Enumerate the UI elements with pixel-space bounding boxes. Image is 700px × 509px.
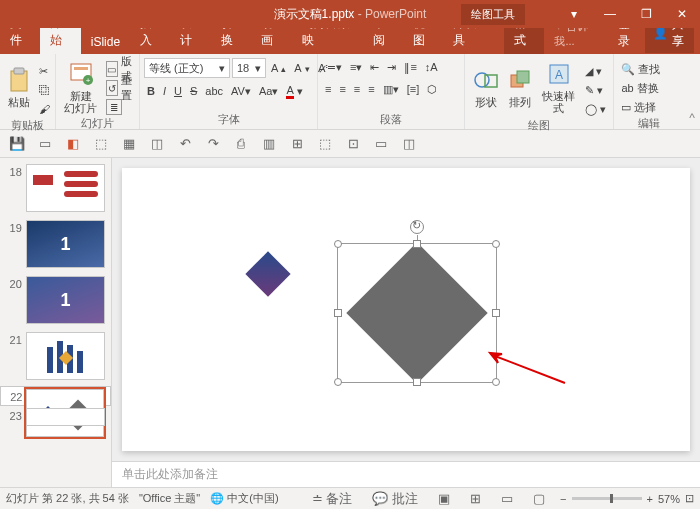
copy-button[interactable]: ⿻ [36, 81, 53, 99]
shape-effects-button[interactable]: ◯▾ [582, 100, 609, 118]
align-text-button[interactable]: [≡] [404, 80, 423, 98]
comments-toggle[interactable]: 💬 批注 [367, 490, 423, 508]
columns-button[interactable]: ▥▾ [380, 80, 402, 98]
qat-btn[interactable]: ⊡ [344, 136, 362, 151]
zoom-level[interactable]: 57% [658, 493, 680, 505]
language-indicator[interactable]: 🌐 中文(中国) [210, 491, 278, 506]
shapes-button[interactable]: 形状 [469, 58, 503, 116]
normal-view-button[interactable]: ▣ [433, 491, 455, 506]
resize-handle[interactable] [492, 240, 500, 248]
align-right-button[interactable]: ≡ [351, 80, 363, 98]
zoom-out-button[interactable]: − [560, 493, 566, 505]
reading-view-button[interactable]: ▭ [496, 491, 518, 506]
underline-button[interactable]: U [171, 82, 185, 100]
cut-button[interactable]: ✂ [36, 62, 53, 80]
new-slide-button[interactable]: + 新建 幻灯片 [60, 58, 101, 116]
case-button[interactable]: Aa▾ [256, 82, 281, 100]
fit-window-button[interactable]: ⊡ [685, 492, 694, 505]
notes-pane[interactable]: 单击此处添加备注 [112, 461, 700, 487]
resize-handle[interactable] [334, 378, 342, 386]
text-direction-button[interactable]: ↕A [422, 58, 441, 76]
thumb-19[interactable]: 191 [0, 218, 111, 274]
minimize-button[interactable]: — [592, 0, 628, 28]
font-color-button[interactable]: A▾ [283, 82, 305, 100]
qat-btn[interactable]: ▭ [372, 136, 390, 151]
sorter-view-button[interactable]: ⊞ [465, 491, 486, 506]
shadow-button[interactable]: abc [202, 82, 226, 100]
paste-button[interactable]: 粘贴 [4, 58, 34, 116]
resize-handle[interactable] [334, 309, 342, 317]
format-painter-button[interactable]: 🖌 [36, 100, 53, 118]
rotate-handle[interactable] [410, 220, 424, 234]
smartart-button[interactable]: ⬡ [424, 80, 440, 98]
arrange-button[interactable]: 排列 [505, 58, 535, 116]
font-name-select[interactable]: 等线 (正文)▾ [144, 58, 230, 78]
save-icon[interactable]: 💾 [8, 136, 26, 151]
ribbon-options-icon[interactable]: ▾ [556, 0, 592, 28]
indent-right-button[interactable]: ⇥ [384, 58, 399, 76]
redo-button[interactable]: ↷ [204, 136, 222, 151]
resize-handle[interactable] [413, 378, 421, 386]
slide-counter[interactable]: 幻灯片 第 22 张, 共 54 张 [6, 491, 129, 506]
zoom-in-button[interactable]: + [647, 493, 653, 505]
undo-button[interactable]: ↶ [176, 136, 194, 151]
qat-btn[interactable]: ⬚ [316, 136, 334, 151]
shape-fill-button[interactable]: ◢▾ [582, 62, 609, 80]
group-slides: 幻灯片 [60, 116, 135, 133]
slide-thumbnails[interactable]: 18 191 201 21 22 23 [0, 158, 112, 487]
thumb-18[interactable]: 18 [0, 162, 111, 218]
zoom-control[interactable]: − + 57% ⊡ [560, 492, 694, 505]
italic-button[interactable]: I [160, 82, 169, 100]
grow-font-button[interactable]: A▴ [268, 59, 289, 77]
close-button[interactable]: ✕ [664, 0, 700, 28]
quick-styles-button[interactable]: A 快速样式 [537, 58, 580, 116]
svg-rect-3 [74, 67, 88, 70]
qat-btn[interactable]: ▦ [120, 136, 138, 151]
qat-btn[interactable]: ▭ [36, 136, 54, 151]
font-size-select[interactable]: 18▾ [232, 58, 266, 78]
diamond-shape-small[interactable] [245, 251, 290, 296]
copy-icon: ⿻ [39, 84, 50, 96]
slide-stage[interactable]: .m [112, 158, 700, 461]
justify-button[interactable]: ≡ [365, 80, 377, 98]
zoom-slider[interactable] [572, 497, 642, 500]
qat-btn[interactable]: ◫ [400, 136, 418, 151]
thumb-21[interactable]: 21 [0, 330, 111, 386]
bullets-button[interactable]: ≔▾ [322, 58, 345, 76]
align-center-button[interactable]: ≡ [336, 80, 348, 98]
collapse-ribbon-button[interactable]: ^ [684, 54, 700, 129]
resize-handle[interactable] [413, 240, 421, 248]
slideshow-view-button[interactable]: ▢ [528, 491, 550, 506]
title-bar: 演示文稿1.pptx - PowerPoint 绘图工具 ▾ — ❐ ✕ [0, 0, 700, 28]
shrink-font-button[interactable]: A▾ [291, 59, 312, 77]
qat-btn[interactable]: ⎙ [232, 136, 250, 151]
qat-btn[interactable]: ⊞ [288, 136, 306, 151]
resize-handle[interactable] [492, 309, 500, 317]
select-button[interactable]: ▭选择 [618, 98, 663, 116]
indent-left-button[interactable]: ⇤ [367, 58, 382, 76]
tab-islide[interactable]: iSlide [81, 30, 130, 54]
find-button[interactable]: 🔍查找 [618, 60, 663, 78]
resize-handle[interactable] [334, 240, 342, 248]
selection-box[interactable] [337, 243, 497, 383]
reset-button[interactable]: ↺重置 [103, 79, 139, 97]
notes-toggle[interactable]: ≐ 备注 [307, 490, 358, 508]
replace-button[interactable]: ab替换 [618, 79, 663, 97]
strike-button[interactable]: S [187, 82, 200, 100]
align-left-button[interactable]: ≡ [322, 80, 334, 98]
numbering-button[interactable]: ≡▾ [347, 58, 365, 76]
diamond-shape-selected[interactable] [346, 242, 487, 383]
thumb-20[interactable]: 201 [0, 274, 111, 330]
line-spacing-button[interactable]: ‖≡ [401, 58, 419, 76]
bold-button[interactable]: B [144, 82, 158, 100]
thumb-22[interactable]: 22 [0, 386, 111, 406]
qat-btn[interactable]: ◫ [148, 136, 166, 151]
slide[interactable]: .m [122, 168, 690, 451]
spacing-button[interactable]: AV▾ [228, 82, 254, 100]
restore-button[interactable]: ❐ [628, 0, 664, 28]
qat-btn[interactable]: ⬚ [92, 136, 110, 151]
section-button[interactable]: ≣ [103, 98, 139, 116]
shape-outline-button[interactable]: ✎▾ [582, 81, 609, 99]
qat-btn[interactable]: ▥ [260, 136, 278, 151]
qat-btn[interactable]: ◧ [64, 136, 82, 151]
